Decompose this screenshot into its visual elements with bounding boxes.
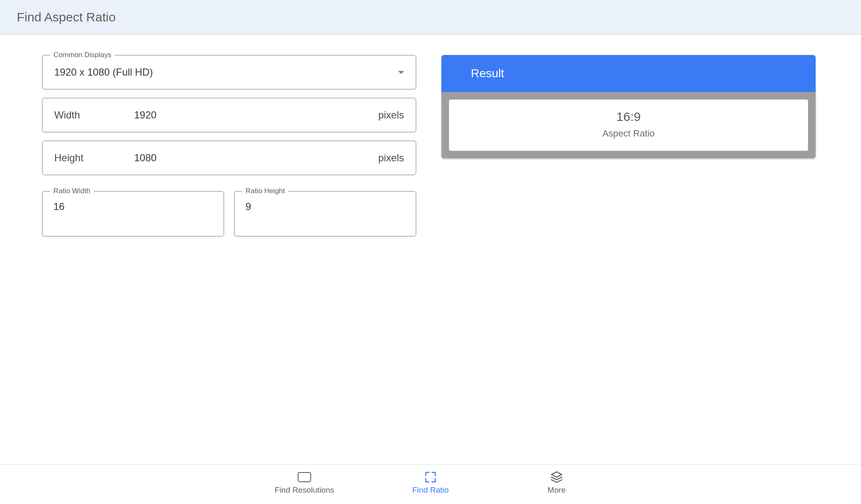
ratio-height-input[interactable] [246,201,405,213]
height-input[interactable] [134,152,378,164]
svg-marker-0 [552,472,562,478]
width-field[interactable]: Width pixels [42,98,416,132]
width-label: Width [54,109,109,121]
nav-find-ratio[interactable]: Find Ratio [397,472,464,495]
bottom-nav: Find Resolutions Find Ratio More [0,464,861,504]
ratio-height-field[interactable]: Ratio Height [234,191,416,236]
result-card: Result 16:9 Aspect Ratio [441,55,816,158]
nav-find-resolutions-label: Find Resolutions [275,486,334,495]
app-header: Find Aspect Ratio [0,0,861,35]
expand-icon [424,472,437,482]
result-value: 16:9 [449,110,808,124]
common-displays-label: Common Displays [50,51,115,59]
nav-more[interactable]: More [523,472,590,495]
nav-find-ratio-label: Find Ratio [412,486,449,495]
main-content: Common Displays 1920 x 1080 (Full HD) Wi… [0,35,861,236]
result-body: 16:9 Aspect Ratio [441,92,816,158]
nav-find-resolutions[interactable]: Find Resolutions [271,472,338,495]
result-header: Result [441,55,816,92]
result-column: Result 16:9 Aspect Ratio [441,55,816,236]
layers-icon [550,472,563,482]
width-input[interactable] [134,109,378,121]
ratio-width-label: Ratio Width [50,187,94,195]
result-label: Aspect Ratio [449,128,808,139]
height-unit: pixels [378,152,404,164]
ratio-height-label: Ratio Height [242,187,288,195]
height-field[interactable]: Height pixels [42,141,416,175]
height-label: Height [54,152,109,164]
common-displays-select[interactable]: Common Displays 1920 x 1080 (Full HD) [42,55,416,89]
chevron-down-icon [398,71,404,74]
nav-more-label: More [547,486,565,495]
common-displays-value: 1920 x 1080 (Full HD) [54,66,398,78]
ratio-width-input[interactable] [53,201,213,213]
result-inner: 16:9 Aspect Ratio [449,100,808,151]
input-column: Common Displays 1920 x 1080 (Full HD) Wi… [42,55,416,236]
page-title: Find Aspect Ratio [17,10,844,24]
rectangle-icon [298,472,311,482]
ratio-row: Ratio Width Ratio Height [42,191,416,236]
width-unit: pixels [378,109,404,121]
ratio-width-field[interactable]: Ratio Width [42,191,224,236]
